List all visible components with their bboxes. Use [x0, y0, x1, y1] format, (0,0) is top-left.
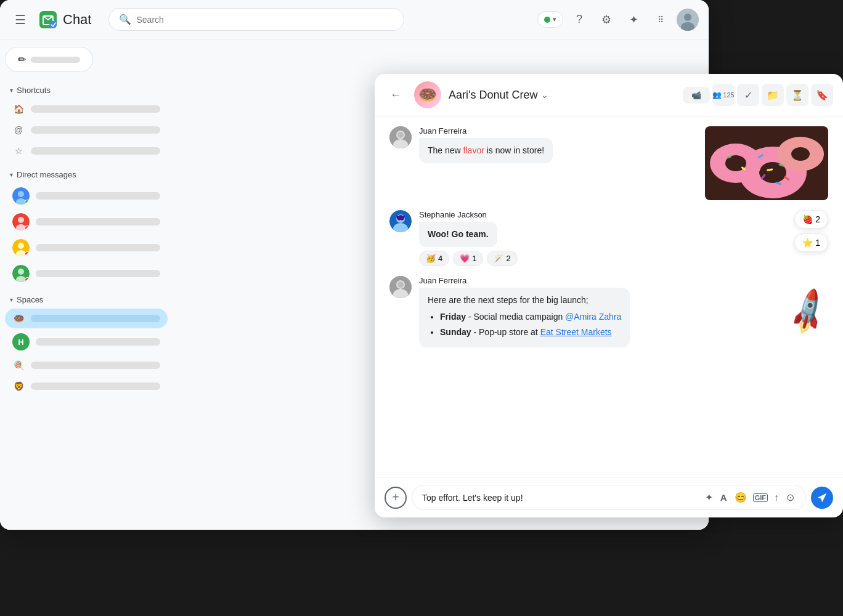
message-bubble-3: Here are the next steps for the big laun… [419, 288, 630, 347]
emoji-icon[interactable]: 😊 [733, 490, 748, 505]
status-button[interactable]: ▾ [537, 11, 563, 28]
candy-space-icon: 🍭 [12, 359, 25, 371]
compose-icon: ✏ [18, 54, 26, 65]
space-item-h[interactable]: H [5, 330, 168, 354]
dm-section-header[interactable]: ▾ Direct messages [5, 166, 168, 183]
dm-item-4[interactable] [5, 261, 168, 286]
space-item-candy[interactable]: 🍭 [5, 355, 168, 375]
reaction-party[interactable]: 🥳 4 [419, 251, 449, 266]
online-indicator [25, 200, 30, 205]
mentions-button[interactable]: 👥 125 [712, 84, 735, 106]
star-reaction[interactable]: ⭐ 1 [794, 233, 828, 252]
eat-street-link[interactable]: Eat Street Markets [540, 327, 612, 337]
bookmark-icon: 🔖 [816, 89, 828, 101]
lion-space-icon: 🦁 [12, 380, 25, 392]
search-bar[interactable]: 🔍 [108, 8, 404, 31]
message-content-2: Stephanie Jackson Woo! Go team. 🥳 4 💗 1 … [419, 210, 787, 266]
party-emoji: 🥳 [426, 254, 436, 263]
space-item-lion[interactable]: 🦁 [5, 376, 168, 396]
space-h-label [36, 338, 160, 346]
tasks-icon: ✓ [744, 89, 752, 101]
dm-avatar-3 [12, 239, 30, 256]
shortcuts-section-header[interactable]: ▾ Shortcuts [5, 82, 168, 99]
step-friday: Friday - Social media campaign @Amira Za… [440, 310, 621, 323]
sidebar-item-home[interactable]: 🏠 [5, 99, 168, 119]
home-label [31, 105, 160, 113]
sidebar-item-starred[interactable]: ☆ [5, 141, 168, 161]
dm-label-1 [36, 192, 160, 200]
strawberry-count: 2 [815, 214, 820, 224]
spaces-section-header[interactable]: ▾ Spaces [5, 291, 168, 308]
space-candy-label [31, 362, 160, 369]
app-title: Chat [63, 12, 91, 28]
top-bar: ☰ Chat 🔍 ▾ ? ⚙ ✦ ⠿ [0, 0, 709, 39]
svg-point-4 [684, 14, 691, 21]
upload-icon[interactable]: ↑ [773, 491, 780, 505]
more-input-icon[interactable]: ⊙ [785, 490, 796, 505]
juan-avatar-1 [389, 126, 412, 148]
hourglass-icon: ⏳ [791, 89, 804, 101]
chat-group-name: Aari's Donut Crew [449, 89, 537, 102]
format-icon[interactable]: A [719, 491, 728, 504]
calendar-button[interactable]: ⏳ [786, 84, 808, 106]
dm-item-3[interactable] [5, 235, 168, 260]
gif-icon[interactable]: GIF [753, 493, 768, 502]
svg-point-10 [18, 217, 24, 223]
compose-button[interactable]: ✏ [5, 47, 93, 72]
amira-mention[interactable]: @Amira Zahra [565, 312, 621, 322]
dm-item-2[interactable] [5, 209, 168, 234]
dm-item-1[interactable] [5, 184, 168, 208]
status-dot [544, 17, 550, 23]
space-item-donut[interactable]: 🍩 [5, 309, 168, 328]
reactions-area: 🥳 4 💗 1 🪄 2 [419, 251, 787, 266]
message-content-3: Juan Ferreira Here are the next steps fo… [419, 276, 773, 347]
svg-point-28 [791, 147, 810, 161]
svg-point-16 [18, 269, 24, 275]
input-area: + ✦ A 😊 GIF ↑ ⊙ [375, 477, 843, 517]
busy-indicator-3 [25, 277, 30, 282]
reaction-heart[interactable]: 💗 1 [453, 251, 483, 266]
side-reactions: 🍓 2 ⭐ 1 [794, 210, 828, 252]
dm-chevron-icon: ▾ [10, 171, 13, 178]
strawberry-reaction[interactable]: 🍓 2 [794, 210, 828, 229]
settings-icon[interactable]: ⚙ [595, 9, 617, 31]
friday-label: Friday [440, 312, 466, 322]
sidebar-item-mentions[interactable]: @ [5, 120, 168, 140]
star-icon: ☆ [12, 145, 25, 157]
dm-label-4 [36, 270, 160, 277]
folder-icon: 📁 [767, 89, 779, 101]
dm-label-3 [36, 244, 160, 251]
message-input[interactable] [422, 493, 699, 503]
user-avatar[interactable] [677, 9, 699, 31]
back-button[interactable]: ← [385, 84, 407, 106]
chat-header: ← 🍩 Aari's Donut Crew ⌄ 📹 👥 125 ✓ 📁 ⏳ [375, 74, 843, 116]
reaction-wand[interactable]: 🪄 2 [487, 251, 517, 266]
send-button[interactable] [811, 487, 833, 509]
space-h-avatar: H [12, 333, 30, 351]
files-button[interactable]: 📁 [762, 84, 784, 106]
message-bubble-1: The new flavor is now in store! [419, 138, 553, 163]
message-group-3: Juan Ferreira Here are the next steps fo… [389, 276, 828, 347]
chat-title[interactable]: Aari's Donut Crew ⌄ [449, 89, 548, 102]
sender-name-3: Juan Ferreira [419, 276, 773, 285]
search-icon: 🔍 [119, 14, 131, 25]
add-button[interactable]: + [385, 487, 407, 509]
shortcuts-chevron-icon: ▾ [10, 87, 13, 94]
flavor-highlight: flavor [463, 145, 484, 155]
chevron-down-icon: ▾ [553, 15, 556, 23]
gemini-icon[interactable]: ✦ [622, 9, 645, 31]
apps-icon[interactable]: ⠿ [650, 9, 672, 31]
woo-text: Woo! Go team. [428, 229, 489, 239]
video-call-button[interactable]: 📹 [683, 87, 710, 103]
sender-name-1: Juan Ferreira [419, 126, 698, 136]
group-avatar: 🍩 [414, 81, 441, 108]
help-icon[interactable]: ? [568, 9, 590, 31]
message-input-wrapper: ✦ A 😊 GIF ↑ ⊙ [412, 485, 806, 510]
brand-logo [38, 10, 58, 30]
search-input[interactable] [136, 15, 394, 25]
menu-icon[interactable]: ☰ [10, 7, 31, 32]
video-icon: 📹 [691, 91, 701, 100]
gemini-input-icon[interactable]: ✦ [704, 490, 714, 505]
bookmark-button[interactable]: 🔖 [811, 84, 833, 106]
tasks-button[interactable]: ✓ [737, 84, 759, 106]
